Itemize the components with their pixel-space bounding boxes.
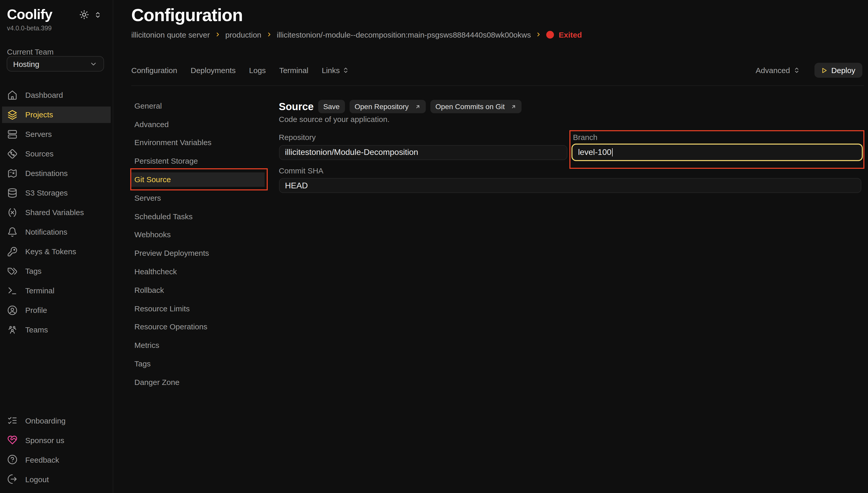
subnav-item-advanced[interactable]: Advanced xyxy=(131,117,264,131)
subnav-item-resource-operations[interactable]: Resource Operations xyxy=(131,320,264,334)
sidebar-item-dashboard[interactable]: Dashboard xyxy=(2,87,111,103)
team-select[interactable]: Hosting xyxy=(6,56,104,71)
sidebar-item-teams[interactable]: Teams xyxy=(2,322,111,338)
bell-icon xyxy=(7,227,18,237)
sidebar-item-servers[interactable]: Servers xyxy=(2,126,111,142)
commit-sha-label: Commit SHA xyxy=(279,166,323,175)
tags-icon xyxy=(7,266,18,276)
theme-sun-icon[interactable] xyxy=(79,10,89,20)
breadcrumb: illicitonion quote server production ill… xyxy=(131,29,582,40)
play-icon xyxy=(821,67,827,73)
subnav-item-servers[interactable]: Servers xyxy=(131,191,264,205)
sidebar-item-feedback[interactable]: Feedback xyxy=(2,452,111,468)
home-icon xyxy=(7,90,18,100)
source-description: Code source of your application. xyxy=(279,114,389,123)
users-icon xyxy=(7,325,18,335)
sidebar-item-profile[interactable]: Profile xyxy=(2,302,111,318)
source-heading: Source xyxy=(279,101,314,112)
sidebar-item-tags[interactable]: Tags xyxy=(2,263,111,279)
status-badge: Exited xyxy=(558,30,582,39)
settings-subnav: General Advanced Environment Variables P… xyxy=(131,99,264,393)
app-title: Coolify xyxy=(7,7,52,23)
chevron-right-icon xyxy=(214,31,220,38)
annotation-box-git-source xyxy=(130,168,268,190)
repository-label: Repository xyxy=(279,133,316,142)
heart-handshake-icon xyxy=(7,435,18,445)
open-commits-button[interactable]: Open Commits on Git xyxy=(430,100,522,113)
subnav-item-danger-zone[interactable]: Danger Zone xyxy=(131,375,264,389)
subnav-item-scheduled-tasks[interactable]: Scheduled Tasks xyxy=(131,209,264,223)
chevrons-up-down-icon xyxy=(793,67,800,73)
subnav-item-metrics[interactable]: Metrics xyxy=(131,338,264,352)
save-button[interactable]: Save xyxy=(318,100,345,113)
subnav-item-rollback[interactable]: Rollback xyxy=(131,283,264,297)
layers-icon xyxy=(7,110,18,120)
version-label: v4.0.0-beta.399 xyxy=(7,25,106,32)
sidebar-item-notifications[interactable]: Notifications xyxy=(2,224,111,240)
subnav-item-webhooks[interactable]: Webhooks xyxy=(131,228,264,242)
sidebar: Coolify v4.0.0-beta.399 Current Team Hos… xyxy=(0,0,113,493)
subnav-item-general[interactable]: General xyxy=(131,99,264,113)
external-link-icon xyxy=(415,104,421,109)
key-icon xyxy=(7,246,18,257)
annotation-box-branch xyxy=(569,130,865,169)
user-circle-icon xyxy=(7,305,18,316)
list-checks-icon xyxy=(7,415,18,426)
divider xyxy=(131,85,864,86)
main-content: Configuration illicitonion quote server … xyxy=(114,0,868,493)
deploy-button[interactable]: Deploy xyxy=(814,63,862,78)
subnav-item-preview-deployments[interactable]: Preview Deployments xyxy=(131,246,264,260)
sidebar-item-keys-tokens[interactable]: Keys & Tokens xyxy=(2,243,111,260)
chevron-right-icon xyxy=(535,31,542,38)
external-link-icon xyxy=(511,104,516,109)
repository-input[interactable]: illicitestonion/Module-Decomposition xyxy=(279,145,567,160)
breadcrumb-project[interactable]: illicitonion quote server xyxy=(131,30,210,39)
tab-terminal[interactable]: Terminal xyxy=(279,66,309,74)
coolify-app: Coolify v4.0.0-beta.399 Current Team Hos… xyxy=(0,0,868,493)
tab-configuration[interactable]: Configuration xyxy=(131,66,177,74)
tab-logs[interactable]: Logs xyxy=(249,66,266,74)
status-dot xyxy=(546,30,554,38)
page-title: Configuration xyxy=(131,5,243,25)
current-team-label: Current Team xyxy=(7,47,106,56)
subnav-item-resource-limits[interactable]: Resource Limits xyxy=(131,301,264,316)
chevrons-up-down-icon xyxy=(342,67,349,73)
sidebar-item-onboarding[interactable]: Onboarding xyxy=(2,412,111,429)
sidebar-item-sponsor-us[interactable]: Sponsor us xyxy=(2,432,111,448)
tabs-row: Configuration Deployments Logs Terminal … xyxy=(131,63,862,78)
sidebar-item-logout[interactable]: Logout xyxy=(2,471,111,487)
subnav-item-persistent-storage[interactable]: Persistent Storage xyxy=(131,154,264,168)
subnav-item-environment-variables[interactable]: Environment Variables xyxy=(131,135,264,150)
server-icon xyxy=(7,129,18,140)
variable-icon xyxy=(7,207,18,218)
breadcrumb-environment[interactable]: production xyxy=(225,30,261,39)
subnav-item-tags[interactable]: Tags xyxy=(131,356,264,371)
terminal-icon xyxy=(7,286,18,296)
sidebar-item-destinations[interactable]: Destinations xyxy=(2,165,111,181)
advanced-toggle[interactable]: Advanced xyxy=(756,66,800,74)
log-out-icon xyxy=(7,474,18,485)
help-circle-icon xyxy=(7,455,18,465)
tab-deployments[interactable]: Deployments xyxy=(190,66,235,74)
tab-links[interactable]: Links xyxy=(322,66,349,74)
open-repository-button[interactable]: Open Repository xyxy=(349,100,425,113)
subnav-item-healthcheck[interactable]: Healthcheck xyxy=(131,264,264,279)
breadcrumb-application[interactable]: illicitestonion/-module--decomposition:m… xyxy=(277,30,531,39)
git-source-icon xyxy=(7,149,18,159)
database-icon xyxy=(7,188,18,198)
sidebar-item-s3-storages[interactable]: S3 Storages xyxy=(2,185,111,201)
chevrons-up-down-icon[interactable] xyxy=(94,11,101,18)
sidebar-item-terminal[interactable]: Terminal xyxy=(2,282,111,299)
sidebar-item-projects[interactable]: Projects xyxy=(2,107,111,123)
sidebar-item-shared-variables[interactable]: Shared Variables xyxy=(2,204,111,220)
sidebar-item-sources[interactable]: Sources xyxy=(2,146,111,162)
chevron-right-icon xyxy=(266,31,272,38)
map-icon xyxy=(7,168,18,178)
commit-sha-input[interactable]: HEAD xyxy=(279,178,861,193)
chevron-down-icon xyxy=(90,60,97,68)
